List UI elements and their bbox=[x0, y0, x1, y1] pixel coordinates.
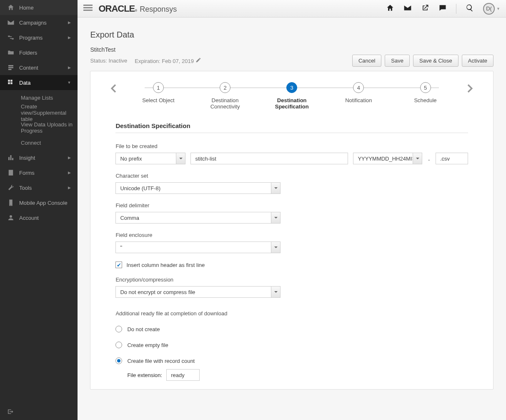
sidebar-label: Forms bbox=[19, 170, 35, 176]
sidebar-item-home[interactable]: Home bbox=[0, 0, 78, 15]
sidebar-item-forms[interactable]: Forms ▶ bbox=[0, 165, 78, 180]
charset-label: Character set bbox=[115, 173, 468, 179]
chevron-right-icon: ▶ bbox=[68, 65, 71, 70]
brand-product: Responsys bbox=[140, 5, 177, 14]
sidebar-label: Folders bbox=[19, 50, 37, 56]
chevron-right-icon: ▶ bbox=[68, 20, 71, 25]
grid-icon bbox=[7, 78, 15, 87]
sidebar-item-insight[interactable]: Insight ▶ bbox=[0, 150, 78, 165]
file-ext-label: File extension: bbox=[127, 372, 162, 378]
chevron-right-icon: ▶ bbox=[68, 35, 71, 40]
save-button[interactable]: Save bbox=[385, 55, 410, 67]
file-label: File to be created bbox=[115, 143, 468, 149]
brand: ORACLE® Responsys bbox=[98, 3, 177, 14]
wizard-next[interactable] bbox=[464, 82, 476, 95]
logout-icon[interactable] bbox=[7, 410, 14, 417]
sidebar-label: Programs bbox=[19, 35, 43, 41]
ready-file-label: Additional ready file at completion of d… bbox=[115, 310, 468, 317]
cancel-button[interactable]: Cancel bbox=[352, 55, 381, 67]
prefix-select[interactable]: No prefix bbox=[115, 153, 185, 164]
extension-input[interactable] bbox=[436, 153, 468, 164]
enclosure-label: Field enclosure bbox=[115, 232, 468, 238]
radio-create-empty[interactable]: Create empty file bbox=[115, 342, 468, 348]
header-checkbox[interactable]: ✔ bbox=[115, 262, 122, 268]
sidebar-item-programs[interactable]: Programs ▶ bbox=[0, 30, 78, 45]
person-icon bbox=[7, 214, 15, 222]
sidebar-item-data[interactable]: Data ▼ bbox=[0, 75, 78, 90]
flow-icon bbox=[7, 33, 15, 42]
home-icon[interactable] bbox=[386, 4, 394, 13]
avatar[interactable]: D( bbox=[483, 3, 495, 15]
chevron-right-icon: ▶ bbox=[68, 186, 71, 190]
charset-select[interactable]: Unicode (UTF-8) bbox=[115, 182, 281, 194]
form-icon bbox=[7, 169, 15, 177]
menu-toggle[interactable] bbox=[83, 5, 93, 13]
status-info: Status: Inactive Expiration: Feb 07, 201… bbox=[90, 57, 201, 64]
sidebar-item-folders[interactable]: Folders bbox=[0, 45, 78, 60]
save-close-button[interactable]: Save & Close bbox=[413, 55, 458, 67]
step-1[interactable]: 1Select Object bbox=[132, 82, 184, 110]
step-2[interactable]: 2Destination Connectivity bbox=[199, 82, 251, 110]
page-title: Export Data bbox=[90, 30, 493, 40]
chevron-down-icon: ▼ bbox=[67, 80, 71, 85]
sidebar-item-content[interactable]: Content ▶ bbox=[0, 60, 78, 75]
chart-icon bbox=[7, 153, 15, 162]
sidebar-label: Campaigns bbox=[19, 20, 47, 26]
suffix-select[interactable]: YYYYMMDD_HH24MISS bbox=[353, 153, 422, 164]
sidebar-label: Mobile App Console bbox=[19, 200, 68, 206]
encrypt-select[interactable]: Do not encrypt or compress file bbox=[115, 286, 281, 298]
sidebar-label: Home bbox=[19, 5, 34, 11]
edit-icon[interactable] bbox=[195, 58, 201, 64]
sidebar-label: Insight bbox=[19, 155, 35, 161]
sidebar-label: Tools bbox=[19, 185, 32, 191]
wrench-icon bbox=[7, 184, 15, 192]
sidebar-label: Content bbox=[19, 65, 38, 71]
filename-input[interactable] bbox=[190, 153, 348, 164]
folder-icon bbox=[7, 48, 15, 57]
search-icon[interactable] bbox=[466, 4, 474, 13]
radio-create-count[interactable]: Create file with record count bbox=[115, 357, 468, 364]
delimiter-label: Field delimiter bbox=[115, 202, 468, 209]
chevron-right-icon: ▶ bbox=[68, 171, 71, 175]
topbar: ORACLE® Responsys D( ▼ bbox=[78, 0, 506, 18]
mail-icon[interactable] bbox=[403, 4, 412, 13]
sidebar-item-campaigns[interactable]: Campaigns ▶ bbox=[0, 15, 78, 30]
step-3[interactable]: 3Destination Specification bbox=[266, 82, 318, 110]
sidebar-item-mobile[interactable]: Mobile App Console bbox=[0, 195, 78, 210]
job-name: StitchTest bbox=[90, 46, 115, 53]
radio-do-not-create[interactable]: Do not create bbox=[115, 326, 468, 332]
chevron-right-icon: ▶ bbox=[68, 156, 71, 160]
step-5[interactable]: 5Schedule bbox=[399, 82, 451, 110]
sidebar-sub-view-uploads[interactable]: View Data Uploads in Progress bbox=[0, 120, 78, 135]
file-ext-input[interactable] bbox=[166, 369, 200, 381]
section-title: Destination Specification bbox=[115, 122, 468, 133]
content-icon bbox=[7, 63, 15, 72]
home-icon bbox=[7, 3, 15, 12]
step-4[interactable]: 4Notification bbox=[333, 82, 385, 110]
encrypt-label: Encryption/compression bbox=[115, 277, 468, 283]
sidebar-item-tools[interactable]: Tools ▶ bbox=[0, 180, 78, 195]
phone-icon bbox=[7, 199, 15, 207]
brand-logo: ORACLE bbox=[98, 3, 135, 14]
sidebar-label: Account bbox=[19, 215, 39, 221]
avatar-dropdown-icon[interactable]: ▼ bbox=[496, 7, 500, 11]
sidebar-label: Data bbox=[19, 80, 30, 86]
wizard-prev[interactable] bbox=[107, 82, 120, 95]
sidebar-item-account[interactable]: Account bbox=[0, 210, 78, 225]
header-checkbox-label: Insert column header as first line bbox=[126, 262, 205, 268]
activate-button[interactable]: Activate bbox=[462, 55, 493, 67]
mail-icon bbox=[7, 18, 15, 27]
share-icon[interactable] bbox=[421, 4, 429, 13]
sidebar-sub-connect[interactable]: Connect bbox=[0, 135, 78, 150]
sidebar-sub-create-view[interactable]: Create view/Supplemental table bbox=[0, 105, 78, 120]
enclosure-select[interactable]: " bbox=[115, 241, 281, 253]
chat-icon[interactable] bbox=[438, 4, 447, 13]
delimiter-select[interactable]: Comma bbox=[115, 212, 281, 224]
